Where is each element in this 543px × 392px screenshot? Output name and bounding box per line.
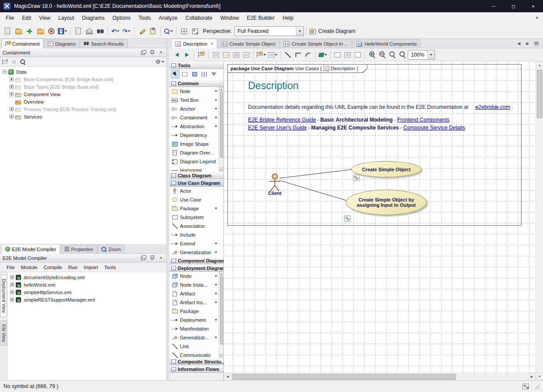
- tree-row-overview[interactable]: Overview: [0, 98, 166, 105]
- expand-icon[interactable]: [10, 298, 14, 302]
- palette-item-note[interactable]: Note: [169, 87, 223, 96]
- prev-tab-icon[interactable]: ◀: [515, 40, 523, 47]
- validate-button[interactable]: [137, 26, 147, 36]
- menu-help[interactable]: Help: [279, 12, 298, 24]
- tab-deployment-view[interactable]: Deployment View: [0, 275, 7, 317]
- use-case-create-simple-object-by-assigning[interactable]: Create Simple Object by assigning Input …: [346, 190, 427, 215]
- tab-containment[interactable]: Containment: [1, 39, 43, 48]
- layout-button[interactable]: [256, 50, 267, 60]
- filter-tool[interactable]: [209, 70, 218, 79]
- palette-item-use-case[interactable]: Use Case: [169, 195, 223, 204]
- compiler-menu-import[interactable]: Import: [81, 265, 101, 270]
- zoom-dropdown-button[interactable]: [427, 50, 435, 59]
- expand-icon[interactable]: [10, 85, 14, 89]
- palette-item-include[interactable]: Include: [169, 230, 223, 239]
- compiler-menu-tools[interactable]: Tools: [101, 265, 119, 270]
- palette-section-common[interactable]: Common: [169, 79, 223, 87]
- copy-button[interactable]: [211, 50, 221, 60]
- palette-item-text-box[interactable]: abcText Box: [169, 96, 223, 104]
- actor-label[interactable]: Client: [262, 191, 288, 196]
- menu-layout[interactable]: Layout: [54, 12, 78, 24]
- palette-item-diagram-overview[interactable]: Diagram Over...: [169, 148, 223, 157]
- scroll-up-icon[interactable]: ▲: [219, 87, 224, 91]
- doc-tab-helloworld-components[interactable]: HelloWorld Components: [352, 39, 421, 48]
- palette-item-image-shape[interactable]: Image Shape: [169, 140, 223, 148]
- palette-item-anchor[interactable]: Anchor: [169, 104, 223, 113]
- paste-button[interactable]: [221, 50, 231, 60]
- expand-icon[interactable]: [10, 290, 14, 294]
- minimize-button[interactable]: ─: [484, 0, 503, 12]
- e2e-bridge-button[interactable]: [46, 26, 57, 36]
- actual-size-button[interactable]: [398, 50, 407, 60]
- compiler-menu-module[interactable]: Module: [18, 265, 41, 270]
- palette-section-composite-structure[interactable]: Composite Structu...: [169, 358, 223, 365]
- tree-row-base-components[interactable]: Base Components [E2E Bridge Base.xml]: [0, 76, 166, 83]
- tab-list-icon[interactable]: ▤: [532, 40, 540, 47]
- print-preview-button[interactable]: [73, 26, 83, 36]
- palette-item-generalization[interactable]: Generalization: [169, 248, 223, 257]
- tree-row-simplehttpservice[interactable]: simpleHttpService.xml: [7, 288, 166, 296]
- new-project-button[interactable]: [2, 26, 13, 36]
- compiler-menu-file[interactable]: File: [4, 265, 18, 270]
- menu-analyze[interactable]: Analyze: [155, 12, 182, 24]
- palette-item-generalization-deploy[interactable]: Generalizat...: [169, 333, 223, 342]
- shape-a-button[interactable]: [343, 50, 352, 60]
- favorites-icon[interactable]: ☆: [11, 58, 17, 65]
- palette-section-use-case-diagram[interactable]: Use Case Diagram: [169, 179, 223, 187]
- palette-item-package-deploy[interactable]: Package: [169, 307, 223, 316]
- close-panel-icon[interactable]: ×: [158, 50, 164, 55]
- gear-icon[interactable]: ⚙: [155, 58, 161, 65]
- search-tree-icon[interactable]: [20, 59, 26, 65]
- palette-item-manifestation[interactable]: Manifestation: [169, 324, 223, 333]
- scroll-down-icon[interactable]: ▼: [219, 353, 224, 358]
- palette-item-deployment[interactable]: Deployment: [169, 316, 223, 324]
- server-users-guide-link[interactable]: E2E Server User's Guide: [248, 125, 307, 131]
- palette-item-artifact-instance[interactable]: Artifact Ins...: [169, 298, 223, 307]
- palette-item-dependency[interactable]: Dependency: [169, 131, 223, 140]
- menu-tools[interactable]: Tools: [135, 12, 155, 24]
- expand-icon[interactable]: [10, 107, 14, 111]
- back-button[interactable]: [172, 50, 182, 60]
- palette-item-artifact[interactable]: Artifact: [169, 289, 223, 298]
- palette-section-deployment-diagram[interactable]: Deployment Diagram: [169, 264, 223, 272]
- scroll-thumb[interactable]: [232, 374, 456, 380]
- palette-scrollbar[interactable]: ▲ ▼: [219, 87, 223, 172]
- palette-item-communication-path[interactable]: Communicatio: [169, 351, 223, 358]
- expand-icon[interactable]: [10, 77, 14, 81]
- path-oblique-button[interactable]: [283, 50, 293, 60]
- print-button[interactable]: [84, 26, 94, 36]
- doc-tab-description[interactable]: Description ×: [171, 39, 217, 48]
- menu-view[interactable]: View: [35, 12, 54, 24]
- tree-row-process-tracing[interactable]: Process Tracing [E2E Process Tracing.xml…: [0, 105, 166, 113]
- doc-tab-create-simple-object[interactable]: Create Simple Object: [218, 39, 280, 48]
- scroll-up-icon[interactable]: ▲: [536, 61, 543, 69]
- menu-window[interactable]: Window: [216, 12, 243, 24]
- path-rectilinear-button[interactable]: [293, 50, 303, 60]
- close-panel-icon[interactable]: ×: [158, 255, 164, 261]
- diagram-canvas[interactable]: package Use Case Diagram Use Cases [ Des…: [224, 61, 536, 373]
- link-tree-icon[interactable]: [2, 59, 8, 65]
- palette-section-class-diagram[interactable]: Class Diagram: [169, 172, 223, 179]
- find-button[interactable]: [95, 26, 105, 36]
- palette-item-containment[interactable]: Containment: [169, 113, 223, 122]
- scroll-down-icon[interactable]: ▼: [219, 167, 224, 172]
- zoom-select[interactable]: 100%: [408, 50, 435, 60]
- maximize-button[interactable]: □: [503, 0, 523, 12]
- menu-edit[interactable]: Edit: [18, 12, 35, 24]
- cut-button[interactable]: [231, 50, 241, 60]
- menubar-close-icon[interactable]: ×: [531, 15, 543, 21]
- pin-panel-icon[interactable]: [149, 50, 155, 55]
- doc-tab-create-simple-object-in[interactable]: Create Simple Object In ...: [280, 39, 352, 48]
- menu-options[interactable]: Options: [108, 12, 134, 24]
- delete-button[interactable]: [241, 50, 251, 60]
- tab-file-view[interactable]: File View: [0, 320, 7, 346]
- scroll-thumb[interactable]: [537, 70, 543, 118]
- next-tab-icon[interactable]: ▶: [524, 40, 532, 47]
- redo-button[interactable]: ↷: [121, 26, 132, 36]
- horizontal-scrollbar[interactable]: ◀ ▶: [224, 373, 536, 380]
- palette-item-abstraction[interactable]: Abstraction: [169, 122, 223, 131]
- close-tab-icon[interactable]: ×: [211, 41, 213, 46]
- expand-icon[interactable]: [10, 92, 14, 96]
- fill-color-button[interactable]: [318, 50, 328, 60]
- frontend-components-link[interactable]: Frontend Components: [397, 117, 450, 123]
